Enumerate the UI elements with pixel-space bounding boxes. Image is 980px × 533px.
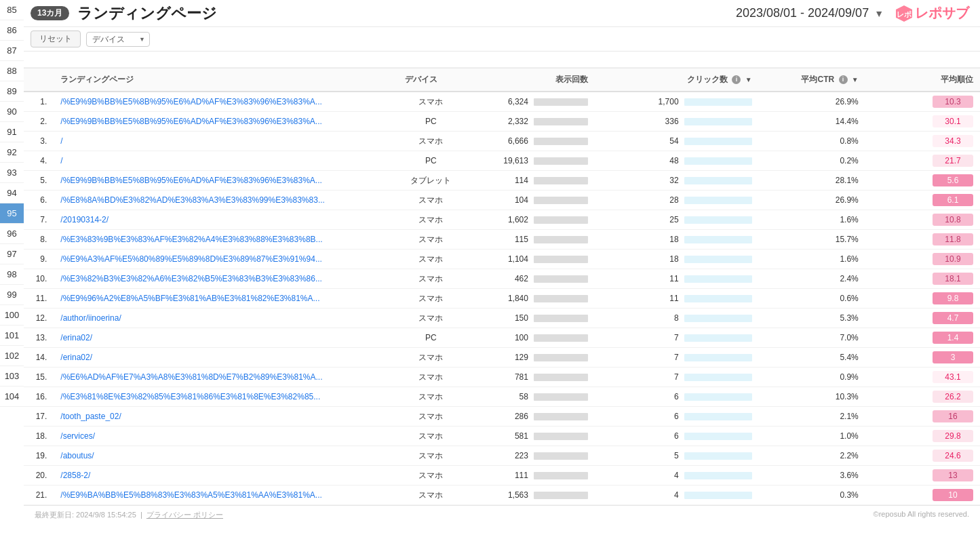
cell-page[interactable]: /%E6%AD%AF%E7%A3%A8%E3%81%8D%E7%B2%89%E3… (54, 368, 398, 387)
period-badge: 13カ月 (31, 6, 69, 20)
cell-ctr: 1.6% (759, 250, 865, 269)
row-num-96: 96 (0, 224, 24, 244)
col-header-position[interactable]: 平均順位 (865, 68, 980, 92)
cell-position: 16 (865, 407, 980, 427)
cell-page[interactable]: /services/ (54, 427, 398, 446)
cell-page[interactable]: /%E9%BA%BB%E5%B8%83%E3%83%A5%E3%81%AA%E3… (54, 486, 398, 505)
cell-page[interactable]: /%E8%8A%BD%E3%82%AD%E3%83%A3%E3%83%99%E3… (54, 191, 398, 210)
cell-ctr: 26.9% (759, 92, 865, 112)
cell-page[interactable]: /aboutus/ (54, 446, 398, 466)
cell-page[interactable]: / (54, 151, 398, 171)
row-num-101: 101 (0, 325, 24, 346)
cell-page[interactable]: /erina02/ (54, 348, 398, 368)
cell-page[interactable]: /%E9%9B%BB%E5%8B%95%E6%AD%AF%E3%83%96%E3… (54, 171, 398, 191)
cell-impressions: 781 (464, 368, 595, 387)
row-num-87: 87 (0, 41, 24, 61)
cell-clicks: 18 (595, 230, 759, 250)
cell-page[interactable]: / (54, 132, 398, 151)
cell-device: PC (398, 328, 464, 348)
row-num-90: 90 (0, 102, 24, 122)
cell-clicks: 28 (595, 191, 759, 210)
cell-clicks: 48 (595, 151, 759, 171)
cell-device: スマホ (398, 368, 464, 387)
row-num-85: 85 (0, 0, 24, 20)
cell-position: 13 (865, 466, 980, 486)
row-num-97: 97 (0, 244, 24, 264)
cell-impressions: 114 (464, 171, 595, 191)
row-num-91: 91 (0, 122, 24, 142)
spacer-row (24, 52, 980, 68)
cell-device: PC (398, 112, 464, 132)
cell-device: スマホ (398, 269, 464, 289)
cell-clicks: 54 (595, 132, 759, 151)
cell-device: PC (398, 151, 464, 171)
data-table: ランディングページ デバイス 表示回数 クリック数 i ▼ 平均CTR i ▼ (24, 68, 980, 505)
cell-ctr: 5.3% (759, 309, 865, 328)
row-num-104: 104 (0, 387, 24, 407)
cell-ctr: 0.2% (759, 151, 865, 171)
cell-page[interactable]: /%E9%A3%AF%E5%80%89%E5%89%8D%E3%89%87%E3… (54, 250, 398, 269)
cell-device: スマホ (398, 486, 464, 505)
cell-ctr: 14.4% (759, 112, 865, 132)
cell-clicks: 18 (595, 250, 759, 269)
main-content: 13カ月 ランディングページ 2023/08/01 - 2024/09/07 ▼… (24, 0, 980, 524)
cell-num: 8. (24, 230, 54, 250)
row-num-86: 86 (0, 20, 24, 41)
cell-page[interactable]: /%E3%81%8E%E3%82%85%E3%81%86%E3%81%8E%E3… (54, 387, 398, 407)
cell-impressions: 129 (464, 348, 595, 368)
cell-position: 5.6 (865, 171, 980, 191)
cell-device: タブレット (398, 171, 464, 191)
row-num-99: 99 (0, 285, 24, 305)
row-num-93: 93 (0, 163, 24, 183)
table-row: 1./%E9%9B%BB%E5%8B%95%E6%AD%AF%E3%83%96%… (24, 92, 980, 112)
cell-page[interactable]: /20190314-2/ (54, 210, 398, 230)
table-header-row: ランディングページ デバイス 表示回数 クリック数 i ▼ 平均CTR i ▼ (24, 68, 980, 92)
cell-ctr: 5.4% (759, 348, 865, 368)
cell-ctr: 3.6% (759, 466, 865, 486)
cell-page[interactable]: /%E9%9B%BB%E5%8B%95%E6%AD%AF%E3%83%96%E3… (54, 92, 398, 112)
row-numbers: 8586878889909192939495969798991001011021… (0, 0, 24, 407)
device-select[interactable]: デバイス スマホ PC タブレット (86, 32, 150, 47)
row-num-95: 95 (0, 203, 24, 224)
col-header-ctr[interactable]: 平均CTR i ▼ (759, 68, 865, 92)
cell-position: 1.4 (865, 328, 980, 348)
table-row: 18./services/スマホ 581 6 1.0%29.8 (24, 427, 980, 446)
cell-ctr: 26.9% (759, 191, 865, 210)
cell-device: スマホ (398, 289, 464, 309)
cell-impressions: 6,666 (464, 132, 595, 151)
cell-device: スマホ (398, 191, 464, 210)
cell-num: 3. (24, 132, 54, 151)
date-dropdown-icon[interactable]: ▼ (874, 8, 884, 19)
cell-page[interactable]: /author/iinoerina/ (54, 309, 398, 328)
cell-page[interactable]: /%E3%82%B3%E3%82%A6%E3%82%B5%E3%83%B3%E3… (54, 269, 398, 289)
cell-position: 18.1 (865, 269, 980, 289)
privacy-link[interactable]: プライバシー ポリシー (146, 511, 223, 519)
row-num-98: 98 (0, 264, 24, 285)
cell-page[interactable]: /%E9%96%A2%E8%A5%BF%E3%81%AB%E3%81%82%E3… (54, 289, 398, 309)
cell-page[interactable]: /2858-2/ (54, 466, 398, 486)
cell-page[interactable]: /%E3%83%9B%E3%83%AF%E3%82%A4%E3%83%88%E3… (54, 230, 398, 250)
table-row: 5./%E9%9B%BB%E5%8B%95%E6%AD%AF%E3%83%96%… (24, 171, 980, 191)
cell-ctr: 0.6% (759, 289, 865, 309)
cell-ctr: 0.9% (759, 368, 865, 387)
cell-position: 3 (865, 348, 980, 368)
col-header-clicks[interactable]: クリック数 i ▼ (595, 68, 759, 92)
cell-clicks: 6 (595, 427, 759, 446)
cell-position: 21.7 (865, 151, 980, 171)
header-left: 13カ月 ランディングページ (31, 3, 217, 24)
cell-ctr: 10.3% (759, 387, 865, 407)
cell-page[interactable]: /%E9%9B%BB%E5%8B%95%E6%AD%AF%E3%83%96%E3… (54, 112, 398, 132)
footer: 最終更新日: 2024/9/8 15:54:25 | プライバシー ポリシー ©… (24, 505, 980, 524)
table-row: 6./%E8%8A%BD%E3%82%AD%E3%83%A3%E3%83%99%… (24, 191, 980, 210)
cell-num: 18. (24, 427, 54, 446)
cell-page[interactable]: /tooth_paste_02/ (54, 407, 398, 427)
cell-page[interactable]: /erina02/ (54, 328, 398, 348)
cell-impressions: 100 (464, 328, 595, 348)
cell-impressions: 104 (464, 191, 595, 210)
cell-ctr: 7.0% (759, 328, 865, 348)
cell-num: 7. (24, 210, 54, 230)
cell-num: 14. (24, 348, 54, 368)
cell-num: 20. (24, 466, 54, 486)
reset-button[interactable]: リセット (31, 31, 81, 47)
cell-num: 16. (24, 387, 54, 407)
